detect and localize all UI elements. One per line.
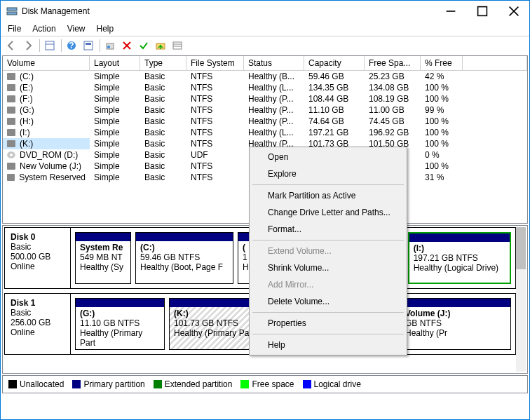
- table-row[interactable]: (H:)SimpleBasicNTFSHealthy (P...74.64 GB…: [3, 116, 527, 127]
- volume-c[interactable]: (C:)59.46 GB NTFSHealthy (Boot, Page F: [135, 232, 233, 284]
- table-row[interactable]: (G:)SimpleBasicNTFSHealthy (P...11.10 GB…: [3, 104, 527, 116]
- col-layout[interactable]: Layout: [90, 56, 140, 71]
- back-button[interactable]: [4, 38, 19, 53]
- svg-rect-3: [477, 7, 487, 16]
- settings-button[interactable]: [102, 38, 118, 53]
- cell-type: Basic: [140, 104, 186, 116]
- folder-button[interactable]: [153, 38, 168, 53]
- refresh-button[interactable]: [81, 38, 96, 53]
- cell-type: Basic: [140, 116, 186, 127]
- ctx-format[interactable]: Format...: [251, 221, 405, 238]
- cell-type: Basic: [140, 161, 186, 172]
- scrollbar[interactable]: [516, 227, 526, 372]
- separator: [61, 39, 62, 52]
- cell-vol: (K:): [3, 138, 90, 149]
- volume-i[interactable]: (I:)197.21 GB NTFSHealthy (Logical Drive…: [408, 232, 511, 284]
- cell-pct: 100 %: [421, 161, 463, 172]
- menu-help[interactable]: Help: [91, 22, 120, 35]
- cell-cap: 108.44 GB: [304, 93, 365, 104]
- list-button[interactable]: [170, 38, 185, 53]
- cell-vol: (F:): [3, 93, 90, 104]
- cell-status: Healthy (L...: [244, 127, 304, 138]
- table-row[interactable]: (F:)SimpleBasicNTFSHealthy (P...108.44 G…: [3, 93, 527, 104]
- cell-cap: 197.21 GB: [304, 127, 365, 138]
- cell-vol: DVD_ROM (D:): [3, 149, 90, 161]
- ctx-delete[interactable]: Delete Volume...: [251, 293, 405, 310]
- cell-layout: Simple: [90, 104, 140, 116]
- volume-g[interactable]: (G:)11.10 GB NTFSHealthy (Primary Part: [75, 298, 165, 350]
- ctx-help[interactable]: Help: [251, 337, 405, 353]
- separator: [252, 312, 404, 313]
- minimize-button[interactable]: [435, 1, 466, 22]
- disk-type: Basic: [11, 242, 64, 252]
- cell-type: Basic: [140, 127, 186, 138]
- ctx-explore[interactable]: Explore: [251, 165, 405, 182]
- svg-rect-1: [7, 12, 17, 15]
- legend-logical: Logical drive: [303, 379, 361, 389]
- col-status[interactable]: Status: [244, 56, 304, 71]
- cell-free: 108.19 GB: [365, 93, 421, 104]
- window-title: Disk Management: [22, 6, 435, 16]
- cell-type: Basic: [140, 149, 186, 161]
- maximize-button[interactable]: [466, 1, 498, 22]
- cell-layout: Simple: [90, 82, 140, 93]
- volume-icon: [7, 107, 15, 114]
- col-capacity[interactable]: Capacity: [304, 56, 365, 71]
- cell-pct: 100 %: [421, 138, 463, 149]
- disk-name: Disk 0: [11, 232, 64, 242]
- menu-action[interactable]: Action: [27, 22, 61, 35]
- table-row[interactable]: (C:)SimpleBasicNTFSHealthy (B...59.46 GB…: [3, 71, 527, 82]
- disk-status: Online: [11, 262, 64, 271]
- volume-system-reserved[interactable]: System Re549 MB NTHealthy (Sy: [75, 232, 131, 284]
- close-button[interactable]: [498, 1, 529, 22]
- disk-size: 256.00 GB: [11, 318, 64, 327]
- cell-vol: (I:): [3, 127, 90, 138]
- help-button[interactable]: ?: [64, 38, 79, 53]
- ctx-shrink[interactable]: Shrink Volume...: [251, 259, 405, 276]
- ctx-mark-active[interactable]: Mark Partition as Active: [251, 187, 405, 204]
- ctx-open[interactable]: Open: [251, 149, 405, 165]
- disk-0-label[interactable]: Disk 0 Basic 500.00 GB Online: [5, 228, 71, 288]
- volume-j[interactable]: Volume (J:)GB NTFSHealthy (Pr: [400, 298, 511, 350]
- check-button[interactable]: [136, 38, 151, 53]
- cell-free: 196.92 GB: [365, 127, 421, 138]
- show-hide-button[interactable]: [42, 38, 57, 53]
- cell-status: Healthy (P...: [244, 104, 304, 116]
- ctx-change-letter[interactable]: Change Drive Letter and Paths...: [251, 204, 405, 221]
- disk-1-label[interactable]: Disk 1 Basic 256.00 GB Online: [5, 294, 71, 354]
- col-free[interactable]: Free Spa...: [365, 56, 421, 71]
- app-icon: [6, 6, 18, 17]
- menu-file[interactable]: File: [2, 22, 27, 35]
- cell-type: Basic: [140, 93, 186, 104]
- col-pct[interactable]: % Free: [421, 56, 463, 71]
- cell-layout: Simple: [90, 127, 140, 138]
- cell-status: Healthy (L...: [244, 82, 304, 93]
- ctx-properties[interactable]: Properties: [251, 315, 405, 332]
- table-row[interactable]: (I:)SimpleBasicNTFSHealthy (L...197.21 G…: [3, 127, 527, 138]
- menu-view[interactable]: View: [62, 22, 91, 35]
- cell-status: Healthy (P...: [244, 93, 304, 104]
- separator: [252, 240, 404, 241]
- svg-rect-10: [84, 41, 93, 50]
- cell-type: Basic: [140, 71, 186, 82]
- title-bar: Disk Management: [1, 1, 529, 22]
- cell-status: Healthy (B...: [244, 71, 304, 82]
- col-fs[interactable]: File System: [186, 56, 244, 71]
- cell-fs: UDF: [186, 149, 244, 161]
- cell-pct: 100 %: [421, 116, 463, 127]
- ctx-mirror: Add Mirror...: [251, 276, 405, 293]
- disk-type: Basic: [11, 308, 64, 318]
- delete-button[interactable]: [119, 38, 135, 53]
- volume-icon: [7, 163, 15, 170]
- cell-vol: (G:): [3, 104, 90, 116]
- col-type[interactable]: Type: [140, 56, 186, 71]
- disk-name: Disk 1: [11, 298, 64, 308]
- col-spacer: [463, 56, 527, 71]
- cell-layout: Simple: [90, 172, 140, 183]
- table-row[interactable]: (E:)SimpleBasicNTFSHealthy (L...134.35 G…: [3, 82, 527, 93]
- col-volume[interactable]: Volume: [3, 56, 90, 71]
- forward-button[interactable]: [20, 38, 36, 53]
- volume-icon: [7, 118, 15, 125]
- cell-free: 11.00 GB: [365, 104, 421, 116]
- cell-cap: 59.46 GB: [304, 71, 365, 82]
